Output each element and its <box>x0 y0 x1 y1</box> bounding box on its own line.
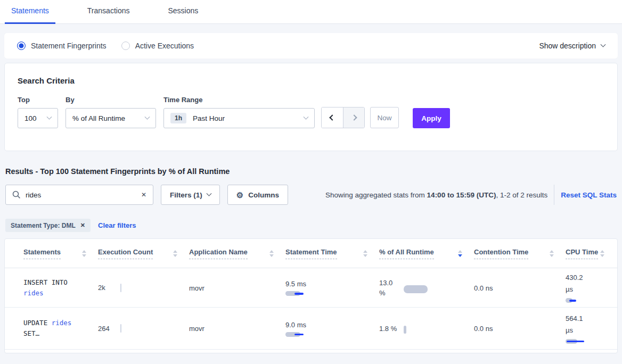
filter-chip-row: Statement Type: DML ✕ Clear filters <box>5 219 617 232</box>
sort-icon[interactable] <box>82 250 86 257</box>
by-label: By <box>66 96 163 104</box>
application-name-value: movr <box>189 325 204 333</box>
runtime-percent-bar <box>404 326 468 334</box>
column-label: Contention Time <box>474 248 528 259</box>
execution-count-value: 2k <box>98 284 120 292</box>
chevron-left-icon <box>329 114 335 120</box>
columns-label: Columns <box>248 191 279 199</box>
top-select-value: 100 <box>24 114 37 122</box>
statement-time-bar <box>285 332 349 337</box>
chevron-down-icon <box>145 114 150 119</box>
filters-button[interactable]: Filters (1) <box>161 185 220 205</box>
by-field: By % of All Runtime <box>66 96 163 128</box>
statement-time-value: 9.5 ms <box>285 280 306 288</box>
results-toolbar: ✕ Filters (1) ⚙ Columns Showing aggregat… <box>5 185 617 205</box>
time-range-badge: 1h <box>170 113 186 123</box>
execution-count-bar <box>120 324 121 333</box>
column-header-percent-runtime[interactable]: % of All Runtime <box>379 248 474 259</box>
show-description-toggle[interactable]: Show description <box>539 42 605 50</box>
sort-icon[interactable] <box>269 250 274 257</box>
results-heading: Results - Top 100 Statement Fingerprints… <box>5 167 617 176</box>
column-label: % of All Runtime <box>379 248 434 259</box>
column-header-cpu-time[interactable]: CPU Time <box>566 248 616 259</box>
chevron-right-icon <box>351 114 357 120</box>
chevron-down-icon <box>47 114 52 119</box>
application-name-value: movr <box>189 284 204 292</box>
top-label: Top <box>18 96 66 104</box>
radio-statement-fingerprints[interactable]: Statement Fingerprints <box>17 42 107 50</box>
contention-time-value: 0.0 ns <box>474 325 493 333</box>
tab-sessions[interactable]: Sessions <box>161 6 204 24</box>
time-range-value: Past Hour <box>193 114 225 122</box>
remove-filter-icon[interactable]: ✕ <box>80 222 85 229</box>
runtime-percent-bar <box>404 285 468 293</box>
time-range-label: Time Range <box>163 96 315 104</box>
gear-icon: ⚙ <box>236 191 243 199</box>
sort-icon-active[interactable] <box>458 250 462 257</box>
statement-time-value: 9.0 ms <box>285 321 306 329</box>
reset-sql-stats-link[interactable]: Reset SQL Stats <box>561 191 617 199</box>
filters-label: Filters (1) <box>170 191 202 199</box>
cpu-time-bar <box>566 298 622 303</box>
column-header-application-name[interactable]: Application Name <box>189 248 285 259</box>
sort-icon[interactable] <box>600 250 604 257</box>
contention-time-value: 0.0 ns <box>474 284 493 292</box>
cpu-time-value: 564.1 µs <box>566 313 589 336</box>
column-header-contention-time[interactable]: Contention Time <box>474 248 566 259</box>
tab-bar: Statements Transactions Sessions <box>0 0 622 24</box>
table-header-row: Statements Execution Count Application N… <box>5 239 617 268</box>
tab-statements[interactable]: Statements <box>5 6 55 24</box>
clear-search-icon[interactable]: ✕ <box>141 191 146 198</box>
column-label: Statements <box>23 248 61 259</box>
statements-table: Statements Execution Count Application N… <box>4 238 618 353</box>
sort-icon[interactable] <box>363 250 367 257</box>
execution-count-bar <box>120 284 121 292</box>
column-header-execution-count[interactable]: Execution Count <box>98 248 189 259</box>
sort-icon[interactable] <box>550 250 554 257</box>
table-row: INSERT INTO rides 2k movr 9.5 ms <box>5 268 617 308</box>
chevron-down-icon <box>304 114 309 119</box>
radio-selected-icon <box>17 42 26 50</box>
columns-button[interactable]: ⚙ Columns <box>227 185 288 205</box>
radio-unselected-icon <box>121 42 130 50</box>
column-header-statement-time[interactable]: Statement Time <box>285 248 379 259</box>
execution-count-value: 264 <box>98 325 120 333</box>
next-time-window-button[interactable] <box>343 107 364 128</box>
statement-fingerprint-link[interactable]: UPDATE rides SET… <box>23 318 79 339</box>
column-label: Application Name <box>189 248 248 259</box>
previous-time-window-button[interactable] <box>322 107 343 128</box>
cpu-time-value: 430.2 µs <box>566 272 589 295</box>
by-select[interactable]: % of All Runtime <box>66 108 156 128</box>
view-toggle-bar: Statement Fingerprints Active Executions… <box>4 33 618 59</box>
chevron-down-icon <box>601 42 606 47</box>
divider <box>554 185 554 205</box>
top-field: Top 100 <box>18 96 66 128</box>
search-input-wrap: ✕ <box>5 185 153 205</box>
sort-icon[interactable] <box>173 250 177 257</box>
filter-chip-statement-type[interactable]: Statement Type: DML ✕ <box>5 219 91 232</box>
cpu-time-bar <box>566 339 622 344</box>
search-input[interactable] <box>26 191 141 199</box>
apply-button[interactable]: Apply <box>413 108 450 128</box>
chevron-down-icon <box>206 191 211 196</box>
tab-transactions[interactable]: Transactions <box>81 6 136 24</box>
column-header-statements[interactable]: Statements <box>23 248 98 259</box>
time-window-stepper <box>321 107 365 128</box>
radio-active-executions[interactable]: Active Executions <box>121 42 194 50</box>
radio-label: Statement Fingerprints <box>31 42 107 50</box>
time-range-select[interactable]: 1h Past Hour <box>163 108 315 128</box>
statement-fingerprint-link[interactable]: INSERT INTO rides <box>23 277 79 299</box>
statement-time-bar <box>285 291 349 296</box>
column-label: CPU Time <box>566 248 598 259</box>
runtime-percent-value: 13.0 % <box>379 278 398 298</box>
top-select[interactable]: 100 <box>18 108 58 128</box>
column-label: Statement Time <box>285 248 337 259</box>
clear-filters-link[interactable]: Clear filters <box>98 221 136 229</box>
filter-chip-label: Statement Type: DML <box>11 222 76 229</box>
by-select-value: % of All Runtime <box>72 114 125 122</box>
stats-summary: Showing aggregated stats from 14:00 to 1… <box>325 191 547 199</box>
show-description-label: Show description <box>539 42 596 50</box>
table-row: UPDATE rides SET… 264 movr 9.0 ms <box>5 308 617 350</box>
search-criteria-panel: Search Criteria Top 100 By % of All Runt… <box>4 63 618 151</box>
now-button[interactable]: Now <box>370 107 399 128</box>
